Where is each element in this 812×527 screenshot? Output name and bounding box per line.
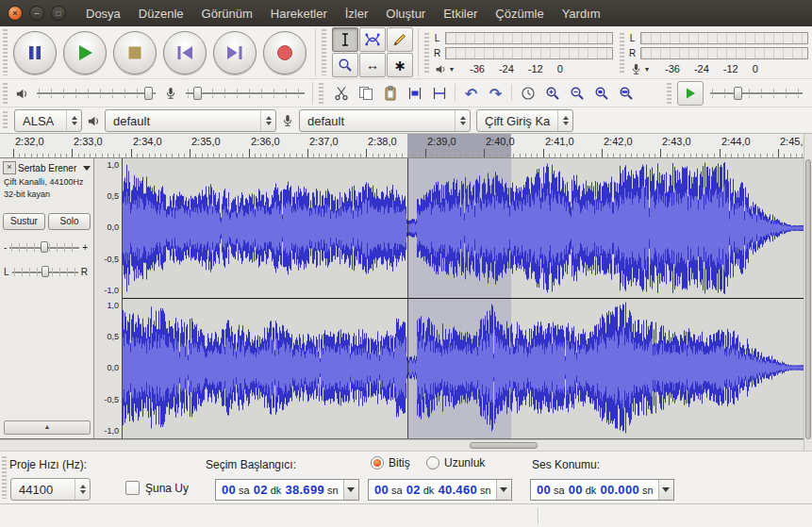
mute-button[interactable]: Sustur [3, 213, 45, 230]
audio-position-field[interactable]: 00sa 00dk 00.000sn [530, 479, 674, 501]
solo-button[interactable]: Solo [48, 213, 91, 230]
audio-host-combo[interactable]: ALSA [14, 109, 82, 132]
vertical-scrollbar-thumb[interactable] [805, 159, 811, 439]
meter-scale: -36 -24 -12 0 [628, 62, 808, 76]
cut-button[interactable] [329, 82, 353, 105]
play-at-speed-button[interactable] [677, 81, 704, 106]
waveform-canvas[interactable] [123, 158, 804, 438]
menu-izler[interactable]: İzler [337, 2, 377, 25]
microphone-icon[interactable] [628, 63, 643, 75]
skip-to-start-button[interactable] [163, 31, 207, 74]
vertical-scrollbar[interactable] [804, 134, 812, 451]
input-volume-thumb[interactable] [193, 87, 202, 100]
envelope-tool-button[interactable] [359, 27, 386, 52]
trim-audio-button[interactable] [403, 82, 426, 105]
gain-slider[interactable]: - + [4, 239, 88, 255]
amplitude-ruler[interactable]: 1,0 0,5 0,0 -0,5 -1,0 1,0 0,5 0,0 -0,5 -… [94, 158, 123, 438]
toolbar-grip[interactable] [319, 83, 323, 104]
skip-to-end-button[interactable] [213, 31, 257, 74]
slider-track [186, 92, 305, 94]
draw-tool-button[interactable] [387, 27, 413, 52]
playback-meter[interactable]: L R -36 -24 -12 0 [422, 27, 617, 78]
record-button[interactable] [263, 31, 307, 74]
track-name[interactable]: Sertab Erener [18, 163, 81, 173]
end-radio[interactable] [371, 456, 384, 469]
status-bar-divider [538, 507, 539, 524]
toolbar-grip[interactable] [2, 456, 7, 499]
playback-speed-slider[interactable] [708, 85, 804, 102]
zoom-tool-button[interactable] [332, 53, 358, 77]
zoom-in-button[interactable] [540, 82, 564, 105]
time-format-dropdown[interactable] [343, 480, 358, 500]
menu-etkiler[interactable]: Etkiler [435, 2, 486, 25]
menu-olustur[interactable]: Oluştur [377, 2, 434, 25]
toolbar-grip[interactable] [424, 33, 429, 74]
timeshift-tool-button[interactable] [359, 53, 386, 77]
copy-button[interactable] [354, 82, 377, 105]
zoom-out-button[interactable] [565, 82, 588, 105]
recording-meter[interactable]: L R -36 -24 -12 0 [617, 27, 812, 78]
timeline-ruler[interactable]: 2:32,0 2:33,0 2:34,0 2:35,0 2:36,0 2:37,… [0, 134, 804, 158]
minimize-button[interactable] [29, 6, 44, 21]
horizontal-scrollbar-thumb[interactable] [470, 442, 538, 449]
pan-slider[interactable]: L R [4, 264, 88, 279]
speaker-icon[interactable] [433, 63, 448, 75]
selection-end-field[interactable]: 00sa 02dk 40.460sn [368, 479, 512, 501]
project-rate-combo[interactable]: 44100 [10, 478, 91, 501]
recording-meter-body: L R -36 -24 -12 0 [628, 30, 808, 76]
multi-tool-button[interactable] [387, 53, 413, 77]
menu-cozumle[interactable]: Çözümle [487, 2, 552, 25]
chevron-down-icon[interactable] [645, 65, 649, 74]
menu-yardim[interactable]: Yardım [554, 2, 609, 25]
selection-start-label: Seçim Başlangıcı: [206, 458, 296, 471]
play-button[interactable] [63, 31, 107, 74]
pan-thumb[interactable] [41, 266, 49, 277]
close-button[interactable] [8, 6, 23, 21]
selection-tool-button[interactable] [332, 27, 358, 52]
track-collapse-button[interactable] [4, 420, 91, 435]
combo-arrows-icon [75, 479, 86, 500]
device-toolbar-row: ALSA default default Çift Giriş Ka [0, 108, 812, 134]
stop-button[interactable] [113, 31, 157, 74]
track-menu-arrow-icon[interactable] [83, 166, 91, 171]
input-volume-slider[interactable] [184, 85, 307, 102]
silence-audio-button[interactable] [427, 82, 451, 105]
output-volume-thumb[interactable] [144, 87, 153, 100]
redo-button[interactable] [484, 82, 507, 105]
gain-thumb[interactable] [41, 241, 48, 253]
fit-project-button[interactable] [614, 82, 638, 105]
undo-button[interactable] [459, 82, 483, 105]
input-device-combo[interactable]: default [299, 109, 471, 132]
chevron-down-icon[interactable] [450, 65, 454, 74]
edit-toolbar [329, 82, 638, 105]
input-channels-combo[interactable]: Çift Giriş Ka [476, 109, 573, 132]
toolbar-grip[interactable] [3, 111, 8, 130]
output-device-combo[interactable]: default [105, 109, 276, 132]
snap-to-checkbox[interactable] [125, 481, 140, 495]
output-volume-slider[interactable] [35, 85, 157, 102]
toolbar-grip[interactable] [3, 29, 8, 75]
menu-hareketler[interactable]: Hareketler [262, 2, 336, 25]
maximize-button[interactable] [51, 6, 66, 21]
pause-button[interactable] [13, 31, 57, 74]
time-format-dropdown[interactable] [496, 480, 511, 500]
toolbar-grip[interactable] [3, 83, 8, 104]
horizontal-scrollbar[interactable] [0, 439, 804, 451]
sync-lock-button[interactable] [516, 82, 539, 105]
menu-gorunum[interactable]: Görünüm [193, 2, 261, 25]
toolbar-grip[interactable] [620, 33, 624, 74]
menu-dosya[interactable]: Dosya [77, 2, 129, 25]
skip-to-end-icon [224, 42, 245, 63]
fit-selection-button[interactable] [589, 82, 613, 105]
toolbar-grip[interactable] [322, 29, 326, 75]
toolbar-grip[interactable] [667, 83, 671, 104]
time-format-dropdown[interactable] [658, 480, 673, 500]
paste-button[interactable] [378, 82, 402, 105]
playback-speed-thumb[interactable] [734, 87, 742, 100]
time-unit: sa [239, 485, 250, 496]
length-radio[interactable] [426, 456, 439, 469]
selection-start-field[interactable]: 00sa 02dk 38.699sn [215, 479, 359, 501]
menu-duzenle[interactable]: Düzenle [130, 2, 192, 25]
play-at-speed-icon [684, 87, 697, 100]
track-close-button[interactable] [3, 161, 16, 174]
